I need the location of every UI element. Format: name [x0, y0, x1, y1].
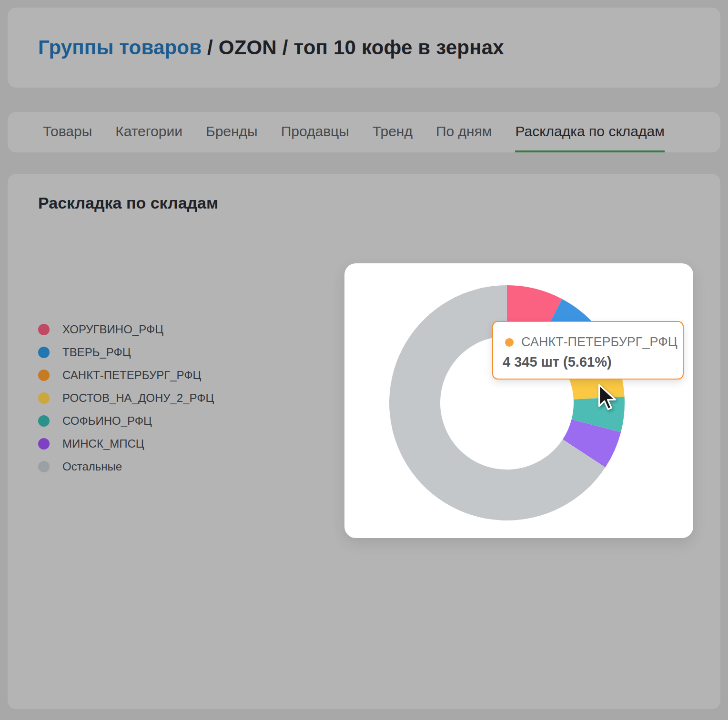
tab-trend[interactable]: Тренд: [373, 112, 413, 152]
legend-dot-icon: [38, 347, 50, 358]
tooltip-series-label: САНКТ-ПЕТЕРБУРГ_РФЦ: [521, 335, 677, 350]
tab-sellers[interactable]: Продавцы: [281, 112, 349, 152]
breadcrumb: Группы товаров / OZON / топ 10 кофе в зе…: [38, 8, 504, 88]
legend-label: ТВЕРЬ_РФЦ: [62, 346, 131, 359]
tab-brands[interactable]: Бренды: [206, 112, 258, 152]
legend-item[interactable]: ТВЕРЬ_РФЦ: [38, 341, 214, 364]
legend-item[interactable]: Остальные: [38, 455, 214, 478]
legend-item[interactable]: МИНСК_МПСЦ: [38, 432, 214, 455]
legend-item[interactable]: СОФЬИНО_РФЦ: [38, 410, 214, 432]
tab-by-days[interactable]: По дням: [436, 112, 492, 152]
breadcrumb-panel: Группы товаров / OZON / топ 10 кофе в зе…: [8, 8, 720, 88]
tabs: Товары Категории Бренды Продавцы Тренд П…: [43, 112, 665, 152]
tab-categories[interactable]: Категории: [115, 112, 182, 152]
breadcrumb-path: / OZON / топ 10 кофе в зернах: [202, 36, 504, 59]
tab-warehouse-layout[interactable]: Раскладка по складам: [515, 112, 664, 152]
legend-item[interactable]: ХОРУГВИНО_РФЦ: [38, 318, 214, 341]
legend-item[interactable]: САНКТ-ПЕТЕРБУРГ_РФЦ: [38, 364, 214, 387]
legend-dot-icon: [38, 438, 50, 450]
tooltip-value: 4 345 шт (5.61%): [503, 354, 612, 370]
chart-legend: ХОРУГВИНО_РФЦ ТВЕРЬ_РФЦ САНКТ-ПЕТЕРБУРГ_…: [38, 318, 214, 478]
tooltip-series-dot-icon: [505, 338, 514, 347]
legend-label: РОСТОВ_НА_ДОНУ_2_РФЦ: [62, 391, 214, 405]
section-title: Раскладка по складам: [38, 194, 218, 212]
legend-label: СОФЬИНО_РФЦ: [62, 414, 152, 428]
legend-dot-icon: [38, 370, 50, 381]
legend-dot-icon: [38, 461, 50, 472]
breadcrumb-link-product-groups[interactable]: Группы товаров: [38, 36, 202, 59]
donut-chart-card: [344, 263, 693, 538]
legend-dot-icon: [38, 415, 50, 427]
chart-tooltip: САНКТ-ПЕТЕРБУРГ_РФЦ 4 345 шт (5.61%): [492, 321, 684, 380]
legend-label: САНКТ-ПЕТЕРБУРГ_РФЦ: [62, 369, 201, 382]
tab-products[interactable]: Товары: [43, 112, 92, 152]
tabs-bar: Товары Категории Бренды Продавцы Тренд П…: [8, 112, 720, 152]
legend-label: Остальные: [62, 460, 122, 473]
legend-label: МИНСК_МПСЦ: [62, 437, 144, 450]
legend-label: ХОРУГВИНО_РФЦ: [62, 323, 163, 336]
donut-chart: [344, 263, 693, 538]
warehouse-layout-section: Раскладка по складам ХОРУГВИНО_РФЦ ТВЕРЬ…: [8, 174, 720, 709]
legend-item[interactable]: РОСТОВ_НА_ДОНУ_2_РФЦ: [38, 387, 214, 410]
legend-dot-icon: [38, 392, 50, 404]
legend-dot-icon: [38, 324, 50, 335]
